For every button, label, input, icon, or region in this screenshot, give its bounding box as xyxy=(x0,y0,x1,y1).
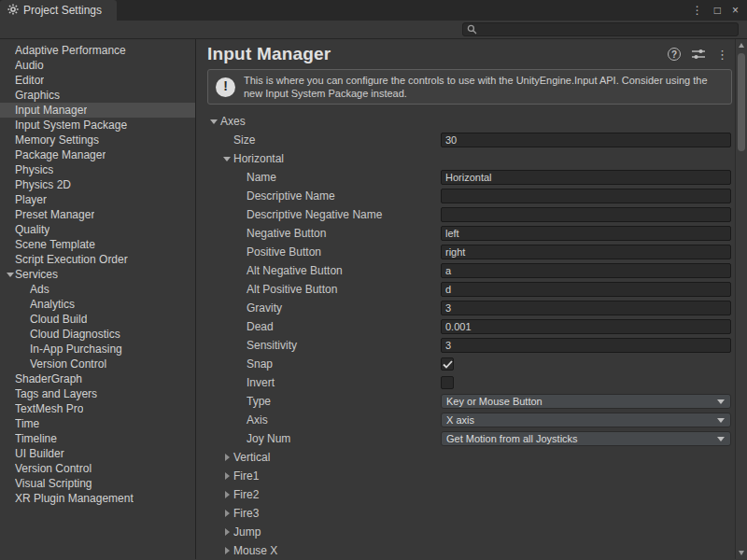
scrollbar-thumb[interactable] xyxy=(738,53,745,151)
sidebar-item-script-execution-order[interactable]: Script Execution Order xyxy=(0,252,195,267)
sidebar-item-time[interactable]: Time xyxy=(0,416,195,431)
sidebar-item-package-manager[interactable]: Package Manager xyxy=(0,147,195,162)
row-label-area: Sensitivity xyxy=(196,336,297,355)
row-label-area: Descriptive Negative Name xyxy=(196,205,382,224)
checkbox-snap[interactable] xyxy=(441,357,454,371)
sidebar-item-input-manager[interactable]: Input Manager xyxy=(0,103,195,118)
text-field-alt-positive-button[interactable] xyxy=(441,282,731,297)
row-size: Size xyxy=(196,131,747,149)
sidebar-item-label: Version Control xyxy=(15,462,92,475)
foldout-triangle-icon[interactable] xyxy=(220,491,233,498)
sidebar-item-cloud-build[interactable]: Cloud Build xyxy=(0,312,195,327)
text-field-descriptive-negative-name[interactable] xyxy=(441,207,731,222)
window-menu-icon[interactable]: ⋮ xyxy=(692,5,703,16)
tab-project-settings[interactable]: Project Settings xyxy=(0,0,117,21)
sidebar-item-analytics[interactable]: Analytics xyxy=(0,297,195,312)
sidebar-item-label: Quality xyxy=(15,223,49,236)
text-field-gravity[interactable] xyxy=(441,301,731,315)
more-icon[interactable]: ⋮ xyxy=(716,49,728,61)
text-field-size[interactable] xyxy=(441,133,731,147)
page-title: Input Manager xyxy=(207,44,331,64)
foldout-label[interactable]: Horizontal xyxy=(233,152,284,165)
foldout-label[interactable]: Fire3 xyxy=(233,507,259,520)
dropdown-joy-num[interactable]: Get Motion from all Joysticks xyxy=(441,431,731,446)
text-field-name[interactable] xyxy=(441,170,731,185)
foldout-triangle-icon[interactable] xyxy=(220,157,233,161)
help-icon[interactable]: ? xyxy=(668,48,681,61)
row-label-area: Dead xyxy=(196,317,274,336)
dropdown-type[interactable]: Key or Mouse Button xyxy=(441,394,731,409)
info-icon: ! xyxy=(216,77,235,97)
text-field-alt-negative-button[interactable] xyxy=(441,263,731,278)
foldout-label[interactable]: Axes xyxy=(220,115,246,128)
scroll-down-icon[interactable] xyxy=(739,551,744,555)
foldout-label[interactable]: Jump xyxy=(233,525,261,539)
dropdown-axis[interactable]: X axis xyxy=(441,413,731,427)
sidebar-item-scene-template[interactable]: Scene Template xyxy=(0,237,195,252)
sidebar-item-memory-settings[interactable]: Memory Settings xyxy=(0,133,195,147)
window-controls: ⋮ □ × xyxy=(692,0,747,21)
text-field-dead[interactable] xyxy=(441,319,731,334)
scroll-up-icon[interactable] xyxy=(739,43,744,48)
sidebar-item-preset-manager[interactable]: Preset Manager xyxy=(0,207,195,222)
sidebar-item-input-system-package[interactable]: Input System Package xyxy=(0,118,195,133)
vertical-scrollbar[interactable] xyxy=(735,39,747,559)
foldout-label[interactable]: Fire1 xyxy=(233,469,259,483)
row-label-area: Joy Num xyxy=(196,429,290,448)
checkbox-invert[interactable] xyxy=(441,376,454,389)
main-header: Input Manager ? ⋮ xyxy=(196,39,747,67)
sidebar-item-cloud-diagnostics[interactable]: Cloud Diagnostics xyxy=(0,327,195,342)
sidebar-item-adaptive-performance[interactable]: Adaptive Performance xyxy=(0,43,195,58)
property-label: Negative Button xyxy=(247,227,326,240)
foldout-label[interactable]: Vertical xyxy=(233,451,270,464)
sidebar-item-timeline[interactable]: Timeline xyxy=(0,431,195,446)
foldout-triangle-icon[interactable] xyxy=(207,119,220,124)
search-box[interactable] xyxy=(462,22,739,36)
sidebar-item-player[interactable]: Player xyxy=(0,192,195,207)
row-label-area: Negative Button xyxy=(196,224,326,243)
sidebar-item-graphics[interactable]: Graphics xyxy=(0,88,195,103)
sidebar-item-ui-builder[interactable]: UI Builder xyxy=(0,446,195,461)
sidebar-item-shadergraph[interactable]: ShaderGraph xyxy=(0,371,195,386)
text-field-positive-button[interactable] xyxy=(441,245,731,259)
foldout-triangle-icon[interactable] xyxy=(220,510,233,517)
text-field-sensitivity[interactable] xyxy=(441,338,731,353)
foldout-triangle-icon[interactable] xyxy=(220,454,233,461)
preset-sliders-icon[interactable] xyxy=(692,49,705,60)
sidebar-item-textmesh-pro[interactable]: TextMesh Pro xyxy=(0,401,195,416)
foldout-triangle-icon[interactable] xyxy=(220,472,233,480)
text-field-negative-button[interactable] xyxy=(441,226,731,241)
sidebar-item-label: Input Manager xyxy=(15,104,87,117)
text-field-descriptive-name[interactable] xyxy=(441,189,731,203)
sidebar-item-services[interactable]: Services xyxy=(0,267,195,282)
sidebar-item-ads[interactable]: Ads xyxy=(0,282,195,297)
info-box: ! This is where you can configure the co… xyxy=(207,69,732,105)
sidebar-item-editor[interactable]: Editor xyxy=(0,73,195,88)
sidebar-item-tags-and-layers[interactable]: Tags and Layers xyxy=(0,386,195,401)
value-cell xyxy=(441,375,731,390)
sidebar-item-version-control[interactable]: Version Control xyxy=(0,461,195,476)
sidebar-item-xr-plugin-management[interactable]: XR Plugin Management xyxy=(0,491,195,506)
sidebar-item-quality[interactable]: Quality xyxy=(0,222,195,237)
close-icon[interactable]: × xyxy=(732,5,739,16)
foldout-triangle-icon[interactable] xyxy=(220,528,233,536)
sidebar-item-visual-scripting[interactable]: Visual Scripting xyxy=(0,476,195,491)
row-axis: AxisX axis xyxy=(196,411,747,429)
sidebar-item-label: Cloud Build xyxy=(30,313,87,326)
row-negative-button: Negative Button xyxy=(196,224,747,243)
search-input[interactable] xyxy=(481,23,734,35)
foldout-triangle-icon[interactable] xyxy=(6,273,15,277)
sidebar-item-label: UI Builder xyxy=(15,447,64,460)
maximize-icon[interactable]: □ xyxy=(714,5,721,16)
sidebar-item-in-app-purchasing[interactable]: In-App Purchasing xyxy=(0,342,195,357)
sidebar-item-audio[interactable]: Audio xyxy=(0,58,195,73)
sidebar-item-physics[interactable]: Physics xyxy=(0,162,195,177)
foldout-label[interactable]: Mouse X xyxy=(233,544,277,557)
row-label-area: Vertical xyxy=(196,448,270,467)
triangle-collapsed xyxy=(225,472,230,480)
foldout-label[interactable]: Fire2 xyxy=(233,488,259,501)
sidebar-item-physics-2d[interactable]: Physics 2D xyxy=(0,177,195,192)
foldout-triangle-icon[interactable] xyxy=(220,547,233,554)
sidebar-item-version-control[interactable]: Version Control xyxy=(0,357,195,371)
sidebar-item-label: Visual Scripting xyxy=(15,477,92,490)
